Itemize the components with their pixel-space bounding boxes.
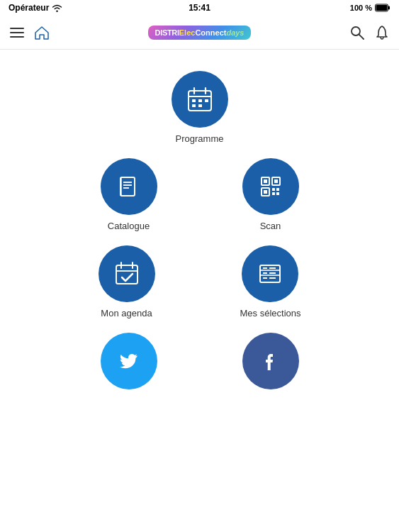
menu-item-mon-agenda[interactable]: Mon agenda	[99, 245, 155, 318]
menu-item-twitter[interactable]	[101, 333, 157, 395]
qr-icon	[255, 171, 286, 202]
svg-rect-29	[116, 265, 137, 284]
bell-icon[interactable]	[375, 25, 389, 40]
home-icon[interactable]	[34, 26, 50, 40]
search-icon[interactable]	[349, 25, 365, 40]
scan-icon-circle	[242, 158, 299, 215]
svg-rect-40	[269, 272, 276, 274]
icon-row-3	[14, 333, 385, 395]
battery-label: 100 %	[350, 4, 372, 12]
svg-rect-20	[264, 179, 267, 183]
logo: DISTRIElecConnectdays	[148, 26, 252, 40]
mon-agenda-icon-circle	[99, 245, 155, 302]
svg-rect-39	[269, 267, 276, 269]
nav-bar-left	[10, 26, 50, 40]
status-bar-left: Opérateur	[9, 3, 62, 13]
agenda-icon	[111, 258, 142, 289]
svg-rect-14	[120, 177, 135, 196]
svg-rect-22	[274, 179, 278, 183]
svg-rect-41	[269, 277, 276, 279]
svg-rect-10	[198, 99, 202, 102]
mes-selections-icon-circle	[242, 245, 298, 302]
menu-item-mes-selections[interactable]: Mes sélections	[240, 245, 301, 318]
svg-rect-26	[276, 188, 279, 191]
book-icon	[113, 171, 145, 202]
facebook-icon-circle	[242, 333, 299, 389]
catalogue-label: Catalogue	[108, 221, 150, 231]
svg-rect-36	[263, 272, 267, 274]
svg-rect-25	[272, 188, 275, 191]
mes-selections-label: Mes sélections	[240, 308, 301, 318]
mon-agenda-label: Mon agenda	[101, 308, 152, 318]
battery-icon	[375, 4, 390, 12]
menu-item-facebook[interactable]	[242, 333, 299, 395]
list-icon	[254, 258, 286, 289]
nav-bar-right	[349, 25, 389, 40]
twitter-icon-circle	[101, 333, 157, 389]
icon-row-2: Mon agenda	[14, 245, 385, 318]
programme-icon-circle	[172, 71, 228, 128]
scan-label: Scan	[260, 221, 281, 231]
wifi-icon	[52, 4, 62, 12]
svg-rect-11	[205, 99, 208, 102]
catalogue-icon-circle	[101, 158, 157, 215]
status-bar-right: 100 %	[350, 4, 390, 12]
menu-item-scan[interactable]: Scan	[242, 158, 299, 231]
status-bar-time: 15:41	[189, 3, 210, 13]
nav-bar: DISTRIElecConnectdays	[0, 16, 399, 50]
svg-rect-1	[388, 6, 390, 10]
logo-text: DISTRIElecConnectdays	[148, 26, 252, 40]
icon-grid: Programme Catalogue	[14, 71, 385, 409]
programme-label: Programme	[176, 133, 224, 144]
svg-line-4	[359, 34, 364, 39]
facebook-f-icon	[255, 345, 286, 377]
icon-row-1: Catalogue	[14, 158, 385, 231]
svg-rect-13	[198, 104, 202, 107]
svg-rect-28	[276, 192, 279, 195]
twitter-bird-icon	[113, 345, 145, 377]
svg-rect-37	[263, 277, 267, 279]
menu-item-programme[interactable]: Programme	[172, 71, 228, 144]
menu-item-catalogue[interactable]: Catalogue	[101, 158, 157, 231]
svg-rect-24	[264, 190, 267, 194]
main-content: Programme Catalogue	[0, 50, 399, 423]
svg-rect-38	[263, 267, 267, 269]
svg-rect-27	[272, 192, 275, 195]
menu-button[interactable]	[10, 28, 24, 38]
svg-rect-2	[376, 5, 388, 11]
svg-rect-18	[120, 177, 122, 196]
svg-rect-12	[192, 104, 196, 107]
status-bar: Opérateur 15:41 100 %	[0, 0, 399, 16]
svg-rect-9	[192, 99, 196, 102]
carrier-label: Opérateur	[9, 3, 49, 13]
calendar-icon	[184, 84, 215, 115]
